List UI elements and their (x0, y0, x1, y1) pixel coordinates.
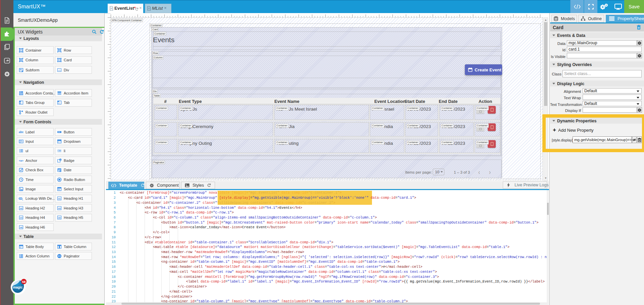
svg-text:H3: H3 (58, 207, 61, 209)
svg-text:0: 0 (60, 159, 61, 161)
svg-text:H5: H5 (58, 217, 61, 219)
svg-text:H6: H6 (20, 226, 22, 228)
svg-text:58: 58 (22, 280, 26, 284)
svg-text:abc: abc (19, 130, 24, 134)
svg-text:<a>: <a> (19, 159, 23, 162)
svg-text:H2: H2 (20, 207, 22, 209)
svg-text:</>: </> (58, 69, 61, 71)
svg-text:H4: H4 (20, 217, 22, 219)
svg-text:magic: magic (13, 286, 23, 289)
svg-text:H1: H1 (58, 198, 61, 200)
